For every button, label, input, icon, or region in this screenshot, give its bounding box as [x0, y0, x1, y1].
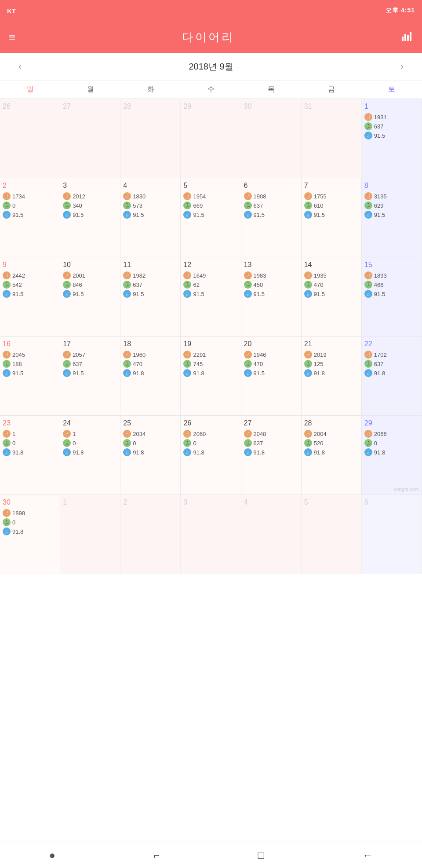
exercise-value: 637 — [374, 361, 384, 367]
calendar-cell[interactable]: 9🍴2442🏃542💧91.5 — [0, 257, 60, 337]
exercise-value: 0 — [374, 440, 377, 447]
exercise-value: 520 — [314, 440, 324, 447]
cell-data: 🍴1954🏃669💧91.5 — [183, 192, 238, 219]
food-value: 1830 — [133, 193, 146, 200]
cell-date: 8 — [364, 182, 419, 190]
prev-month-button[interactable]: ‹ — [13, 59, 27, 74]
weight-icon: 💧 — [304, 290, 312, 298]
exercise-value: 188 — [12, 361, 22, 367]
weight-icon: 💧 — [304, 369, 312, 377]
weight-icon: 💧 — [364, 369, 372, 377]
weight-value: 91.8 — [73, 449, 84, 456]
weight-row: 💧91.8 — [304, 448, 359, 456]
weight-value: 91.5 — [133, 291, 144, 297]
calendar-cell[interactable]: 31 — [302, 99, 362, 178]
cell-data: 🍴3135🏃629💧91.5 — [364, 192, 419, 219]
cell-date: 21 — [304, 340, 359, 348]
calendar-cell[interactable]: 28🍴2004🏃520💧91.8 — [302, 416, 362, 495]
calendar-cell[interactable]: 30 — [241, 99, 302, 178]
calendar-cell[interactable]: 24🍴1🏃0💧91.8 — [60, 416, 120, 495]
food-row: 🍴1908 — [244, 192, 298, 200]
food-row: 🍴2001 — [63, 271, 117, 279]
calendar-cell[interactable]: 20🍴1946🏃470💧91.5 — [241, 337, 302, 416]
exercise-row: 🏃629 — [364, 201, 419, 209]
svg-rect-0 — [402, 37, 404, 41]
cell-data: 🍴2045🏃188💧91.5 — [3, 351, 57, 377]
calendar-cell[interactable]: 1 — [60, 495, 120, 574]
status-bar: KT 오후 4:51 — [0, 0, 422, 21]
calendar-cell[interactable]: 22🍴1702🏃637💧91.8 — [362, 337, 422, 416]
calendar-cell[interactable]: 27 — [60, 99, 120, 178]
back-button[interactable]: ⌐ — [153, 849, 160, 861]
cell-date: 12 — [183, 261, 238, 269]
calendar-cell[interactable]: 13🍴1983🏃450💧91.5 — [241, 257, 302, 337]
calendar-cell[interactable]: 28 — [120, 99, 181, 178]
exercise-row: 🏃340 — [63, 201, 117, 209]
exercise-value: 573 — [133, 202, 142, 209]
calendar-cell[interactable]: 1🍴1931🏃637💧91.5 — [362, 99, 422, 178]
calendar-cell[interactable]: 29🍴2066🏃0💧91.8dietgrit.com — [362, 416, 422, 495]
weight-row: 💧91.5 — [3, 211, 57, 219]
weight-row: 💧91.8 — [364, 448, 419, 456]
calendar-cell[interactable]: 10🍴2001🏃846💧91.5 — [60, 257, 120, 337]
calendar-cell[interactable]: 21🍴2019🏃125💧91.8 — [302, 337, 362, 416]
food-value: 1908 — [254, 193, 266, 200]
calendar-cell[interactable]: 2🍴1734🏃0💧91.5 — [0, 178, 60, 257]
cell-date: 25 — [123, 419, 178, 427]
calendar-cell[interactable]: 15🍴1893🏃466💧91.5 — [362, 257, 422, 337]
watermark: dietgrit.com — [394, 487, 419, 492]
exercise-value: 637 — [73, 361, 82, 367]
calendar-cell[interactable]: 27🍴2048🏃637💧91.8 — [241, 416, 302, 495]
calendar-cell[interactable]: 3 — [181, 495, 241, 574]
calendar-cell[interactable]: 6🍴1908🏃637💧91.5 — [241, 178, 302, 257]
exercise-row: 🏃0 — [183, 439, 238, 447]
calendar-cell[interactable]: 18🍴1960🏃470💧91.8 — [120, 337, 181, 416]
calendar-cell[interactable]: 5 — [302, 495, 362, 574]
calendar-cell[interactable]: 6 — [362, 495, 422, 574]
cell-data: 🍴2001🏃846💧91.5 — [63, 271, 117, 298]
cell-date: 10 — [63, 261, 117, 269]
calendar-cell[interactable]: 26🍴2060🏃0💧91.8 — [181, 416, 241, 495]
home-button[interactable]: ● — [49, 849, 56, 861]
calendar-cell[interactable]: 29 — [181, 99, 241, 178]
calendar-cell[interactable]: 7🍴1755🏃610💧91.5 — [302, 178, 362, 257]
calendar-cell[interactable]: 23🍴1🏃0💧91.8 — [0, 416, 60, 495]
calendar-cell[interactable]: 14🍴1935🏃470💧91.5 — [302, 257, 362, 337]
calendar-cell[interactable]: 3🍴2012🏃340💧91.5 — [60, 178, 120, 257]
calendar-cell[interactable]: 17🍴2057🏃637💧91.5 — [60, 337, 120, 416]
exercise-icon: 🏃 — [304, 360, 312, 368]
weight-icon: 💧 — [3, 527, 11, 535]
weight-row: 💧91.5 — [364, 132, 419, 139]
calendar-cell[interactable]: 26 — [0, 99, 60, 178]
calendar-cell[interactable]: 25🍴2034🏃0💧91.8 — [120, 416, 181, 495]
food-value: 2012 — [73, 193, 85, 200]
calendar-cell[interactable]: 4🍴1830🏃573💧91.5 — [120, 178, 181, 257]
next-month-button[interactable]: › — [395, 59, 409, 74]
calendar-cell[interactable]: 19🍴2291🏃745💧91.8 — [181, 337, 241, 416]
hamburger-icon[interactable]: ≡ — [9, 30, 15, 44]
cell-date: 3 — [183, 498, 238, 506]
food-value: 1702 — [374, 352, 387, 358]
exercise-icon: 🏃 — [123, 201, 131, 209]
calendar-cell[interactable]: 12🍴1649🏃62💧91.5 — [181, 257, 241, 337]
square-button[interactable]: □ — [258, 849, 265, 861]
calendar-cell[interactable]: 16🍴2045🏃188💧91.5 — [0, 337, 60, 416]
calendar-cell[interactable]: 4 — [241, 495, 302, 574]
exercise-row: 🏃745 — [183, 360, 238, 368]
exercise-value: 0 — [73, 440, 76, 447]
food-icon: 🍴 — [123, 430, 131, 438]
weight-row: 💧91.8 — [123, 369, 178, 377]
cell-data: 🍴2060🏃0💧91.8 — [183, 430, 238, 456]
calendar-cell[interactable]: 5🍴1954🏃669💧91.5 — [181, 178, 241, 257]
calendar-cell[interactable]: 30🍴1898🏃0💧91.8 — [0, 495, 60, 574]
calendar-cell[interactable]: 8🍴3135🏃629💧91.5 — [362, 178, 422, 257]
food-row: 🍴1982 — [123, 271, 178, 279]
calendar-cell[interactable]: 2 — [120, 495, 181, 574]
return-button[interactable]: ← — [362, 849, 373, 861]
weight-icon: 💧 — [123, 369, 131, 377]
chart-icon[interactable] — [401, 29, 413, 44]
food-icon: 🍴 — [364, 192, 372, 200]
food-row: 🍴1954 — [183, 192, 238, 200]
bottom-nav: ● ⌐ □ ← — [0, 842, 422, 868]
calendar-cell[interactable]: 11🍴1982🏃637💧91.5 — [120, 257, 181, 337]
